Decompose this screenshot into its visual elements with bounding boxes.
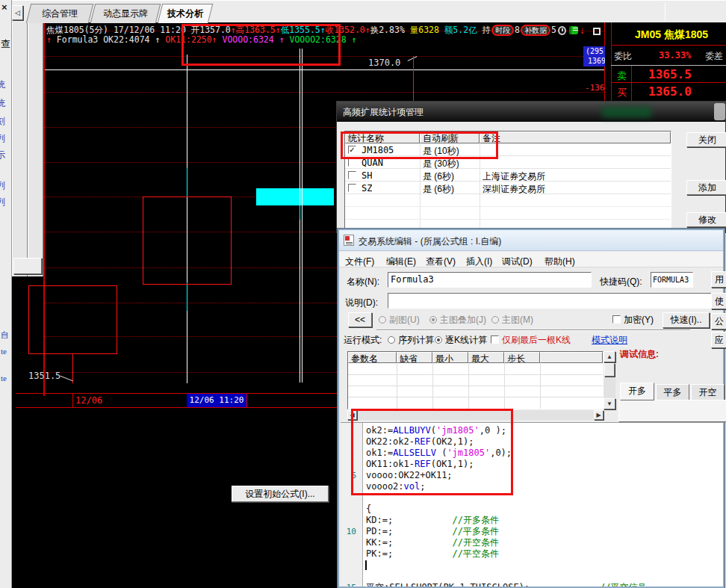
budata-button[interactable]: 补数据 xyxy=(521,25,550,36)
line-number xyxy=(341,571,363,582)
radio-perbar[interactable] xyxy=(435,336,442,344)
rail-item[interactable]: 统 xyxy=(0,97,5,110)
table-row[interactable]: SZ 是 (6秒) 深圳证券交易所 xyxy=(345,182,671,194)
side-button-3[interactable]: 公 xyxy=(711,313,726,329)
menu-debug[interactable]: 调试(D) xyxy=(502,256,533,268)
menu-help[interactable]: 帮助(H) xyxy=(544,256,575,268)
rail-item[interactable]: 示 xyxy=(0,149,5,161)
line-number xyxy=(341,537,363,548)
grid-hline xyxy=(348,397,603,397)
tab-jishu-fenxi[interactable]: 技术分析 xyxy=(158,4,213,23)
rail-item[interactable]: 列 xyxy=(0,196,5,208)
side-button-4[interactable]: 应 xyxy=(711,332,726,348)
rail-item[interactable]: te xyxy=(1,374,7,383)
param-vscrollbar[interactable]: ▲ ▼ xyxy=(604,351,615,409)
back-arrow-button[interactable]: ◁ xyxy=(12,5,23,20)
topbar-divider xyxy=(665,2,666,22)
close-icon[interactable]: × xyxy=(1,1,7,13)
code-line[interactable]: 10PD:=; //平多条件 xyxy=(341,526,723,537)
scroll-down-icon[interactable]: ↓ xyxy=(580,24,585,36)
menu-insert[interactable]: 插入(I) xyxy=(466,256,492,268)
scroll-down-arrow[interactable]: ▼ xyxy=(604,398,615,409)
marker-vline xyxy=(413,56,414,101)
line-number: 15 xyxy=(341,582,363,587)
code-line[interactable]: 15平空:SELLSHORT(PK,1,THISCLOSE); //平空信号 xyxy=(341,582,723,587)
mode-help-link[interactable]: 模式说明 xyxy=(592,334,627,347)
rail-item[interactable]: te xyxy=(1,347,7,356)
menu-edit[interactable]: 编辑(E) xyxy=(386,256,416,268)
code-line[interactable]: KK:=; //开空条件 xyxy=(341,537,723,548)
tab-close-long[interactable]: 平多 xyxy=(656,384,689,400)
book-icon[interactable] xyxy=(569,26,578,34)
scroll-up-arrow[interactable]: ▲ xyxy=(604,351,615,362)
tab-zonghe-guanli[interactable]: 综合管理 xyxy=(26,4,93,23)
code-line[interactable]: KD:=; //开多条件 xyxy=(341,515,723,526)
column-header-note[interactable]: 备注 xyxy=(480,131,671,143)
code-line[interactable]: { xyxy=(341,504,723,515)
desc-input[interactable] xyxy=(388,293,717,309)
left-rail: × 查 统 统 刻 列 示 列 列 自 te te xyxy=(0,0,12,588)
row-checkbox[interactable] xyxy=(348,184,356,192)
radio-overlay[interactable] xyxy=(429,316,437,324)
tab-label: 动态显示牌 xyxy=(103,7,148,20)
lastbar-checkbox[interactable] xyxy=(491,335,499,344)
param-col-default[interactable]: 缺省 xyxy=(397,352,432,363)
strip-bottom-button[interactable] xyxy=(13,258,42,274)
name-input[interactable]: Formula3 xyxy=(388,272,592,288)
text-segment: 量6328 xyxy=(410,25,444,35)
radio-mainchart[interactable] xyxy=(491,316,499,324)
init-formula-button[interactable]: 设置初始公式(I)... xyxy=(232,486,329,502)
drawing-rectangle[interactable] xyxy=(28,285,117,354)
rail-item[interactable]: 统 xyxy=(0,78,5,91)
cell-divider xyxy=(631,66,632,101)
modify-button[interactable]: 修改 xyxy=(686,212,726,227)
code-line[interactable]: PK:=; //平空条件 xyxy=(341,548,723,560)
hotkey-label: 快捷码(Q): xyxy=(600,276,642,288)
buy-price[interactable]: 1365.0 xyxy=(648,84,692,99)
contract-title[interactable]: JM05 焦煤1805 xyxy=(617,28,726,42)
menu-file[interactable]: 文件(F) xyxy=(345,256,374,268)
shiduan-button[interactable]: 时段 xyxy=(491,25,514,36)
editor-title: 交易系统编辑 - (所属公式组 : I.自编) xyxy=(359,235,501,248)
row-checkbox[interactable] xyxy=(348,158,356,167)
rail-label-cha[interactable]: 查 xyxy=(1,37,10,51)
rail-item[interactable]: 列 xyxy=(0,179,5,192)
radio-sequence[interactable] xyxy=(388,336,395,344)
tab-open-long[interactable]: 开多 xyxy=(620,383,654,400)
param-col-step[interactable]: 步长 xyxy=(504,352,540,363)
param-table[interactable]: 参数名 缺省 最小 最大 步长 xyxy=(347,351,604,409)
add-button[interactable]: 添加 xyxy=(686,180,726,195)
drawing-rectangle[interactable] xyxy=(143,196,232,285)
table-row[interactable]: SH 是 (6秒) 上海证券交易所 xyxy=(345,169,671,182)
row-checkbox[interactable] xyxy=(348,171,356,179)
split-window-icon[interactable] xyxy=(593,28,601,35)
scroll-thumb[interactable] xyxy=(604,363,615,377)
hotkey-input[interactable]: FORMULA3 xyxy=(651,272,693,288)
x-axis-top xyxy=(16,393,338,394)
collapse-button[interactable]: << xyxy=(348,312,372,327)
x-axis-tick xyxy=(72,393,73,407)
param-col-name[interactable]: 参数名 xyxy=(348,352,397,363)
rail-item[interactable]: 列 xyxy=(0,132,5,145)
code-line[interactable] xyxy=(341,571,723,582)
encrypt-checkbox[interactable] xyxy=(612,315,621,324)
param-col-max[interactable]: 最大 xyxy=(468,352,504,363)
side-button-2[interactable]: 使 xyxy=(711,293,726,309)
rail-item[interactable]: 自 xyxy=(1,329,9,341)
editor-titlebar[interactable]: 交易系统编辑 - (所属公式组 : I.自编) xyxy=(339,230,723,251)
sell-price[interactable]: 1365.5 xyxy=(648,67,692,81)
tab-open-short[interactable]: 开空 xyxy=(691,384,725,400)
side-button-1[interactable]: 用 xyxy=(711,271,726,288)
radio-subchart[interactable] xyxy=(379,316,386,324)
menu-view[interactable]: 查看(V) xyxy=(426,256,456,268)
param-col-min[interactable]: 最小 xyxy=(432,352,468,363)
code-line[interactable] xyxy=(341,560,723,571)
tab-dongtai-xianshipai[interactable]: 动态显示牌 xyxy=(90,4,161,23)
rail-item[interactable]: 刻 xyxy=(0,115,5,128)
quick-button[interactable]: 快速(I).. xyxy=(663,312,710,328)
scroll-right-arrow[interactable]: ▶ xyxy=(594,410,604,420)
stats-dialog-titlebar[interactable]: 高频扩展统计项管理 xyxy=(337,102,725,122)
close-button[interactable]: 关闭 xyxy=(686,132,726,147)
clock-icon[interactable] xyxy=(558,26,566,35)
divider xyxy=(611,65,726,66)
